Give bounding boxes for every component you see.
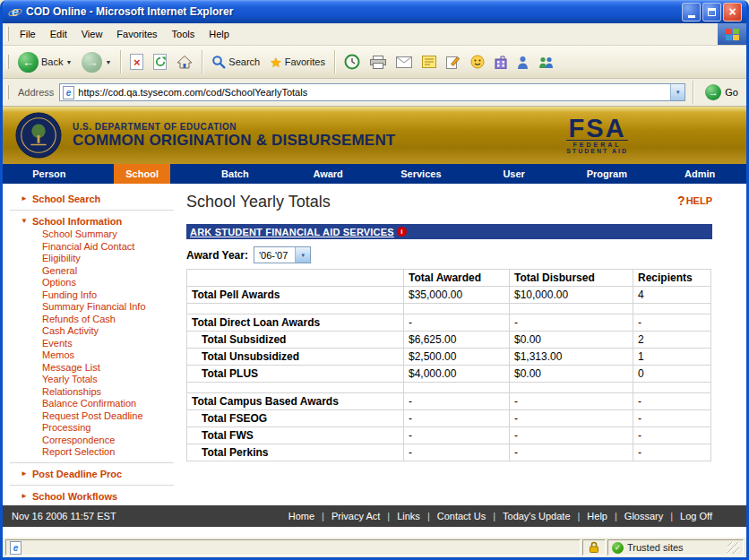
footer-separator: | xyxy=(670,511,673,521)
sidebar-link-memos[interactable]: Memos xyxy=(3,349,179,362)
menu-item-edit[interactable]: Edit xyxy=(43,25,74,43)
footer-link-glossary[interactable]: Glossary xyxy=(624,511,663,521)
menu-item-help[interactable]: Help xyxy=(202,25,237,43)
sidebar-link-balance-confirmation[interactable]: Balance Confirmation xyxy=(3,398,179,410)
home-button[interactable] xyxy=(172,52,197,72)
award-year-label: Award Year: xyxy=(186,249,248,262)
search-button[interactable]: Search xyxy=(207,52,264,72)
stop-button[interactable]: × xyxy=(125,51,148,73)
minimize-button[interactable] xyxy=(682,3,701,22)
nav-tab-user[interactable]: User xyxy=(468,164,561,184)
nav-tab-award[interactable]: Award xyxy=(281,164,374,184)
footer-link-help[interactable]: Help xyxy=(587,511,607,521)
table-row: Total PLUS$4,000.00$0.000 xyxy=(187,366,711,383)
history-button[interactable] xyxy=(340,51,365,73)
nav-tab-label: Award xyxy=(301,164,354,184)
menu-item-tools[interactable]: Tools xyxy=(165,25,202,43)
profile-button[interactable] xyxy=(512,53,533,72)
sidebar-link-refunds-of-cash[interactable]: Refunds of Cash xyxy=(3,314,179,326)
footer-link-links[interactable]: Links xyxy=(397,511,420,521)
resize-grip[interactable] xyxy=(727,542,739,554)
print-button[interactable] xyxy=(366,53,391,72)
sidebar-divider xyxy=(10,485,174,486)
favorites-button[interactable]: ★ Favorites xyxy=(265,53,330,72)
column-header: Total Disbursed xyxy=(510,270,633,287)
sidebar-section-post-deadline-proc[interactable]: ►Post Deadline Proc xyxy=(3,467,179,481)
discuss-button[interactable] xyxy=(418,53,441,71)
menu-item-favorites[interactable]: Favorites xyxy=(109,25,164,43)
sidebar-link-yearly-totals[interactable]: Yearly Totals xyxy=(3,374,179,386)
sidebar-link-options[interactable]: Options xyxy=(3,277,179,289)
footer-link-contact-us[interactable]: Contact Us xyxy=(437,511,486,521)
toolbar-separator xyxy=(334,50,335,73)
page-title: School Yearly Totals xyxy=(186,193,331,211)
nav-tab-school[interactable]: School xyxy=(96,164,189,184)
page-bottom-gap xyxy=(3,527,746,537)
address-input[interactable]: e https://cod.qa.tsysecom.com/cod/School… xyxy=(59,83,685,101)
row-label: Total FWS xyxy=(187,427,404,444)
help-link[interactable]: ? HELP xyxy=(677,194,712,207)
school-header-bar: ARK STUDENT FINANCIAL AID SERVICES i xyxy=(186,224,712,239)
msn-button[interactable] xyxy=(490,53,512,72)
nav-tab-services[interactable]: Services xyxy=(374,164,468,184)
dept-of-education-seal-icon xyxy=(15,112,62,159)
sidebar-section-school-information[interactable]: ▼School Information xyxy=(3,214,179,228)
go-arrow-icon: → xyxy=(705,84,721,100)
refresh-button[interactable] xyxy=(149,51,171,73)
back-button[interactable]: ← Back ▼ xyxy=(13,49,76,75)
go-button[interactable]: → Go xyxy=(701,84,743,100)
nav-tab-person[interactable]: Person xyxy=(3,164,96,184)
sidebar-link-message-list[interactable]: Message List xyxy=(3,362,179,375)
footer-link-home[interactable]: Home xyxy=(288,511,314,521)
sidebar-link-general[interactable]: General xyxy=(3,265,179,278)
row-label: Total PLUS xyxy=(187,366,404,383)
column-header: Total Awarded xyxy=(404,270,510,287)
close-button[interactable]: × xyxy=(723,3,742,22)
sidebar-link-request-post-deadline[interactable]: Request Post Deadline xyxy=(3,410,179,423)
row-label: Total Campus Based Awards xyxy=(187,393,404,410)
nav-tab-batch[interactable]: Batch xyxy=(189,164,282,184)
sidebar-link-processing[interactable]: Processing xyxy=(3,422,179,435)
award-year-select[interactable]: '06-'07 ▼ xyxy=(254,246,311,263)
mail-button[interactable] xyxy=(392,54,417,71)
nav-tab-admin[interactable]: Admin xyxy=(653,164,746,184)
forward-icon: → xyxy=(82,52,102,73)
sidebar-link-relationships[interactable]: Relationships xyxy=(3,386,179,399)
footer-link-privacy-act[interactable]: Privacy Act xyxy=(331,511,380,521)
main-content: School Yearly Totals ? HELP ARK STUDENT … xyxy=(179,184,746,505)
forward-button[interactable]: → ▼ xyxy=(77,49,116,75)
sidebar-link-eligibility[interactable]: Eligibility xyxy=(3,253,179,265)
table-row: Total Subsidized$6,625.00$0.002 xyxy=(187,332,711,349)
triangle-right-icon: ► xyxy=(21,493,28,500)
cell-value: - xyxy=(510,410,633,427)
footer-link-log-off[interactable]: Log Off xyxy=(680,511,712,521)
cell-value: $6,625.00 xyxy=(404,332,510,349)
sidebar-section-label: School Search xyxy=(32,194,100,204)
sidebar-link-correspondence[interactable]: Correspondence xyxy=(3,435,179,447)
dropdown-arrow-icon[interactable]: ▼ xyxy=(295,247,310,263)
footer-separator: | xyxy=(615,511,617,521)
sidebar-link-funding-info[interactable]: Funding Info xyxy=(3,289,179,302)
sidebar-section-school-search[interactable]: ►School Search xyxy=(3,192,179,206)
sidebar-link-events[interactable]: Events xyxy=(3,338,179,350)
info-icon[interactable]: i xyxy=(397,227,407,237)
sidebar-link-financial-aid-contact[interactable]: Financial Aid Contact xyxy=(3,241,179,254)
nav-tab-program[interactable]: Program xyxy=(561,164,654,184)
status-zone-panel: ✓ Trusted sites xyxy=(607,539,744,556)
edit-button[interactable] xyxy=(442,52,465,72)
messenger-button[interactable] xyxy=(534,53,558,72)
sidebar-link-school-summary[interactable]: School Summary xyxy=(3,228,179,241)
school-link[interactable]: ARK STUDENT FINANCIAL AID SERVICES xyxy=(190,227,394,237)
row-label: Total FSEOG xyxy=(187,410,404,427)
sidebar-section-school-workflows[interactable]: ►School Workflows xyxy=(3,489,179,504)
sidebar-link-report-selection[interactable]: Report Selection xyxy=(3,446,179,459)
triangle-right-icon: ► xyxy=(21,195,28,202)
address-dropdown-button[interactable]: ▼ xyxy=(670,84,684,100)
footer-link-today-s-update[interactable]: Today's Update xyxy=(503,511,570,521)
menu-item-file[interactable]: File xyxy=(13,25,43,43)
menu-item-view[interactable]: View xyxy=(74,25,110,43)
sidebar-link-summary-financial-info[interactable]: Summary Financial Info xyxy=(3,301,179,314)
messenger-smiley-button[interactable] xyxy=(466,52,489,72)
maximize-button[interactable] xyxy=(702,3,721,22)
sidebar-link-cash-activity[interactable]: Cash Activity xyxy=(3,325,179,338)
